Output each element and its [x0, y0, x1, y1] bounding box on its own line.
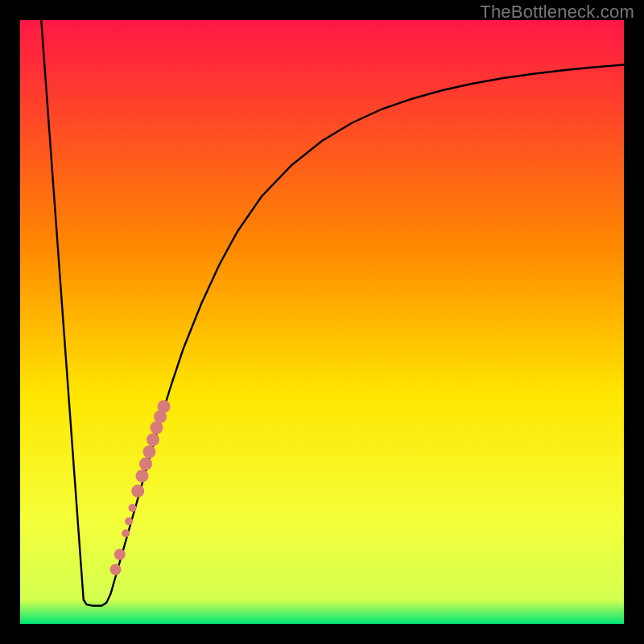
data-marker: [143, 445, 156, 458]
data-marker: [147, 433, 159, 446]
data-marker: [136, 469, 149, 482]
data-marker: [131, 485, 144, 497]
data-marker: [139, 457, 152, 470]
data-marker: [125, 518, 133, 526]
data-marker: [129, 504, 137, 512]
data-marker: [114, 549, 126, 560]
data-marker: [122, 530, 130, 538]
gradient-background: [20, 20, 624, 624]
data-marker: [158, 400, 171, 413]
bottleneck-chart: [20, 20, 624, 624]
data-marker: [110, 564, 122, 576]
chart-container: TheBottleneck.com: [0, 0, 644, 644]
